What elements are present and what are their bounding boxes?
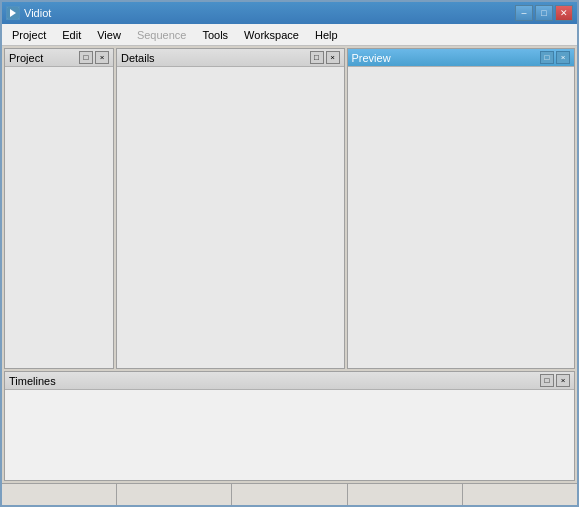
status-bar xyxy=(2,483,577,505)
timelines-panel: Timelines □ × xyxy=(4,371,575,481)
minimize-button[interactable]: – xyxy=(515,5,533,21)
preview-close-button[interactable]: × xyxy=(556,51,570,64)
preview-restore-button[interactable]: □ xyxy=(540,51,554,64)
details-panel-content xyxy=(117,67,344,368)
status-segment-5 xyxy=(463,484,577,505)
timelines-restore-button[interactable]: □ xyxy=(540,374,554,387)
project-panel: Project □ × xyxy=(4,48,114,369)
details-panel-header: Details □ × xyxy=(117,49,344,67)
status-segment-1 xyxy=(2,484,117,505)
menu-sequence: Sequence xyxy=(129,24,195,45)
menu-workspace[interactable]: Workspace xyxy=(236,24,307,45)
app-icon xyxy=(6,6,20,20)
timelines-panel-header: Timelines □ × xyxy=(5,372,574,390)
preview-panel-controls: □ × xyxy=(540,51,570,64)
main-window: Vidiot – □ ✕ Project Edit View Sequence … xyxy=(0,0,579,507)
close-button[interactable]: ✕ xyxy=(555,5,573,21)
menu-view[interactable]: View xyxy=(89,24,129,45)
project-restore-button[interactable]: □ xyxy=(79,51,93,64)
status-segment-3 xyxy=(232,484,347,505)
timelines-panel-content xyxy=(5,390,574,480)
preview-panel-title: Preview xyxy=(352,52,391,64)
title-bar-left: Vidiot xyxy=(6,6,51,20)
content-area: Project □ × Details □ × xyxy=(2,46,577,483)
details-restore-button[interactable]: □ xyxy=(310,51,324,64)
details-panel: Details □ × xyxy=(116,48,345,369)
status-segment-4 xyxy=(348,484,463,505)
details-panel-controls: □ × xyxy=(310,51,340,64)
window-controls: – □ ✕ xyxy=(515,5,573,21)
timelines-panel-title: Timelines xyxy=(9,375,56,387)
project-panel-header: Project □ × xyxy=(5,49,113,67)
menu-edit[interactable]: Edit xyxy=(54,24,89,45)
project-panel-content xyxy=(5,67,113,368)
maximize-button[interactable]: □ xyxy=(535,5,553,21)
panels-row: Project □ × Details □ × xyxy=(4,48,575,369)
menu-tools[interactable]: Tools xyxy=(194,24,236,45)
details-close-button[interactable]: × xyxy=(326,51,340,64)
project-panel-controls: □ × xyxy=(79,51,109,64)
preview-panel: Preview □ × xyxy=(347,48,576,369)
title-bar: Vidiot – □ ✕ xyxy=(2,2,577,24)
window-title: Vidiot xyxy=(24,7,51,19)
timelines-close-button[interactable]: × xyxy=(556,374,570,387)
details-panel-title: Details xyxy=(121,52,155,64)
menu-project[interactable]: Project xyxy=(4,24,54,45)
project-close-button[interactable]: × xyxy=(95,51,109,64)
timelines-row: Timelines □ × xyxy=(4,371,575,481)
timelines-panel-controls: □ × xyxy=(540,374,570,387)
project-panel-title: Project xyxy=(9,52,43,64)
preview-panel-content xyxy=(348,67,575,368)
status-segment-2 xyxy=(117,484,232,505)
menu-bar: Project Edit View Sequence Tools Workspa… xyxy=(2,24,577,46)
preview-panel-header: Preview □ × xyxy=(348,49,575,67)
menu-help[interactable]: Help xyxy=(307,24,346,45)
